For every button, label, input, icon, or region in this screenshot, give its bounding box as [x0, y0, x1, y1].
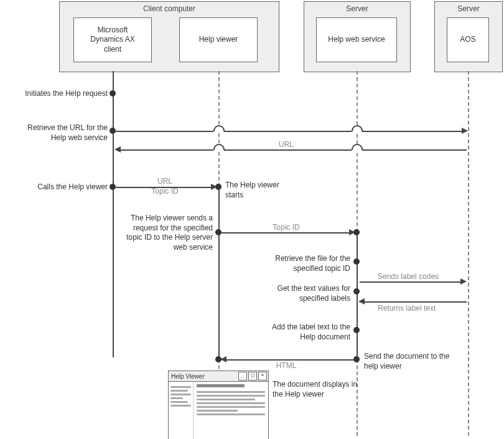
node-hv: Help viewer — [179, 17, 258, 62]
help-viewer-body — [169, 382, 268, 439]
arr-url-3 — [121, 149, 213, 151]
help-viewer-content — [194, 382, 268, 439]
node-ax-label: Microsoft Dynamics AX client — [90, 26, 134, 55]
maximize-icon: □ — [248, 372, 257, 380]
label-hv-start: The Help viewer starts — [225, 181, 319, 200]
arr-retrieve-2 — [224, 131, 352, 132]
dot-get-text — [353, 288, 360, 295]
arr-retrieve-3 — [362, 131, 462, 132]
label-url-return: URL — [249, 140, 324, 150]
arr-url-1 — [362, 149, 467, 151]
node-ax: Microsoft Dynamics AX client — [73, 17, 152, 62]
label-topicid: Topic ID — [143, 187, 187, 197]
sequence-diagram: Client computer Microsoft Dynamics AX cl… — [0, 0, 504, 439]
lifeline-aos — [468, 71, 469, 436]
dot-retrieve-url — [110, 128, 116, 134]
help-viewer-window-title: Help Viewer — [171, 373, 205, 380]
dot-hv-start — [215, 184, 222, 190]
hop-url-hws — [352, 144, 363, 150]
hop-retrieve-hv — [213, 125, 225, 131]
node-aos-label: AOS — [460, 35, 475, 45]
dot-call-hv — [110, 184, 116, 190]
label-html: HTML — [261, 361, 311, 371]
close-icon: × — [258, 372, 267, 380]
arrh-retrieve — [462, 128, 468, 134]
dot-hv-recv — [215, 356, 222, 362]
lifeline-hv-s — [218, 187, 220, 359]
lane-hws-title: Server — [304, 4, 410, 13]
node-hws-label: Help web service — [328, 35, 385, 45]
help-viewer-titlebar: Help Viewer _ □ × — [169, 371, 268, 382]
lifeline-hws-s — [357, 232, 358, 359]
arrh-return-text — [358, 298, 365, 304]
dot-add-text — [353, 327, 360, 333]
label-hv-send: The Help viewer sends a request for the … — [112, 214, 213, 252]
node-hv-label: Help viewer — [199, 35, 238, 45]
label-add-text: Add the label text to the Help document — [246, 323, 350, 342]
dot-initiate — [110, 90, 116, 97]
arr-retrieve-1 — [116, 131, 213, 132]
label-return-text: Returns label text — [378, 304, 465, 314]
label-display: The document displays in the Help viewer — [273, 380, 385, 399]
label-retrieve-url: Retrieve the URL for the Help web servic… — [3, 123, 108, 143]
arr-send-doc — [226, 359, 355, 361]
help-viewer-window: Help Viewer _ □ × — [168, 371, 269, 439]
node-hws: Help web service — [316, 17, 397, 62]
label-call-hv: Calls the Help viewer — [3, 182, 108, 192]
minimize-icon: _ — [238, 372, 247, 380]
hop-url-hv — [213, 144, 225, 150]
label-initiate: Initiates the Help request — [3, 89, 108, 99]
label-send-codes: Sends label codes — [378, 272, 465, 282]
arrh-url — [114, 146, 121, 153]
node-aos: AOS — [447, 17, 489, 62]
lane-client-title: Client computer — [60, 4, 279, 13]
label-url: URL — [143, 177, 187, 187]
label-retrieve-file: Retrieve the file for the specified topi… — [246, 254, 350, 273]
label-topicid-msg: Topic ID — [255, 223, 317, 233]
arr-return-text — [365, 301, 467, 303]
label-get-text: Get the text values for specified labels — [246, 284, 350, 303]
label-send-doc: Send the document to the help viewer — [364, 352, 476, 371]
hop-retrieve-hws — [352, 125, 363, 131]
lifeline-hws-d1 — [357, 71, 358, 232]
help-viewer-side — [169, 382, 194, 439]
dot-retrieve-file — [353, 258, 360, 265]
lane-aos-title: Server — [435, 4, 502, 13]
dot-hws-recv — [353, 229, 360, 235]
dot-hv-send — [215, 229, 222, 235]
